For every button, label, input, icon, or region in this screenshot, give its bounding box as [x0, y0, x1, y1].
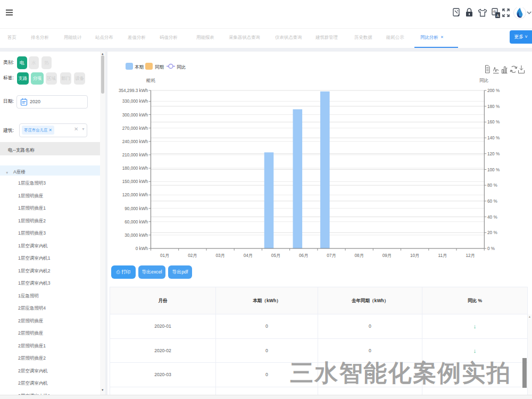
svg-text:01月: 01月 — [160, 253, 169, 258]
svg-text:12月: 12月 — [466, 253, 475, 258]
svg-text:02月: 02月 — [188, 253, 197, 258]
svg-text:同期: 同期 — [155, 64, 164, 70]
svg-text:05月: 05月 — [271, 253, 280, 258]
svg-text:同比: 同比 — [479, 78, 489, 83]
svg-text:240,000 kWh: 240,000 kWh — [122, 139, 148, 144]
svg-text:180 %: 180 % — [487, 104, 500, 109]
svg-text:0 %: 0 % — [487, 246, 495, 251]
svg-text:160 %: 160 % — [487, 120, 500, 124]
svg-text:300,000 kWh: 300,000 kWh — [122, 113, 148, 118]
svg-text:100 %: 100 % — [487, 168, 500, 172]
svg-text:A: A — [496, 14, 499, 18]
svg-text:180,000 kWh: 180,000 kWh — [122, 166, 148, 171]
svg-text:354,299.3 kWh: 354,299.3 kWh — [119, 88, 148, 93]
svg-text:200 %: 200 % — [487, 88, 500, 93]
svg-text:210,000 kWh: 210,000 kWh — [122, 153, 148, 157]
svg-text:11月: 11月 — [438, 253, 447, 258]
svg-text:40 %: 40 % — [487, 215, 497, 220]
svg-text:120,000 kWh: 120,000 kWh — [122, 193, 148, 197]
svg-text:06月: 06月 — [299, 253, 308, 258]
svg-text:270,000 kWh: 270,000 kWh — [122, 126, 148, 131]
svg-text:30,000 kWh: 30,000 kWh — [124, 233, 148, 238]
svg-text:140 %: 140 % — [487, 136, 500, 140]
svg-text:08月: 08月 — [355, 253, 364, 258]
svg-text:本期: 本期 — [135, 64, 144, 70]
svg-text:330,000 kWh: 330,000 kWh — [122, 99, 148, 104]
svg-text:80 %: 80 % — [487, 183, 497, 188]
svg-text:60,000 kWh: 60,000 kWh — [124, 220, 148, 225]
svg-text:90,000 kWh: 90,000 kWh — [124, 206, 148, 211]
svg-text:10月: 10月 — [410, 253, 419, 258]
svg-text:120 %: 120 % — [487, 152, 500, 156]
svg-text:60 %: 60 % — [487, 199, 497, 204]
svg-text:0 kWh: 0 kWh — [136, 246, 148, 251]
svg-text:03月: 03月 — [215, 253, 225, 258]
svg-text:09月: 09月 — [383, 253, 392, 258]
svg-text:20 %: 20 % — [487, 230, 497, 235]
svg-text:07月: 07月 — [327, 253, 336, 258]
svg-text:同比: 同比 — [177, 64, 186, 70]
svg-text:04月: 04月 — [244, 253, 253, 258]
svg-text:能耗: 能耗 — [146, 78, 156, 83]
svg-text:150,000 kWh: 150,000 kWh — [122, 179, 148, 184]
